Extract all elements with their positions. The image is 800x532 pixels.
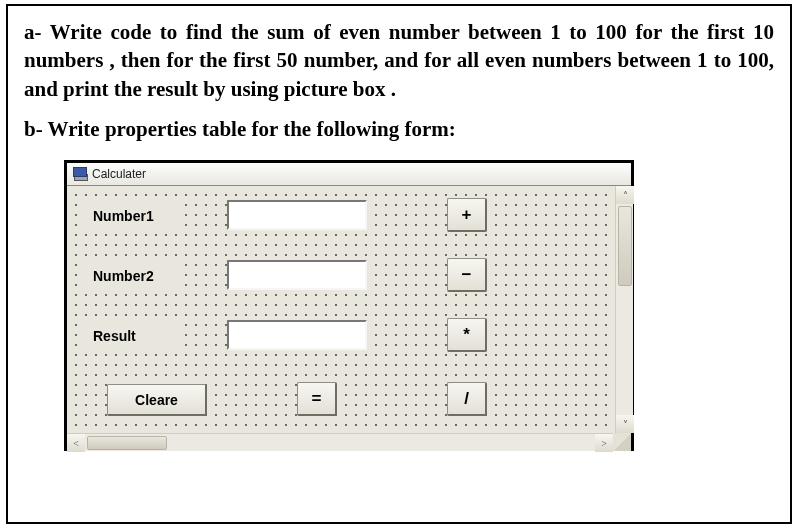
vb-form-window: Calculater Number1 + Number2 − Result * … xyxy=(64,160,634,451)
button-cleare[interactable]: Cleare xyxy=(107,384,207,416)
scroll-down-icon[interactable]: ˅ xyxy=(616,415,634,433)
button-equals[interactable]: = xyxy=(297,382,337,416)
form-icon xyxy=(73,167,87,181)
button-minus[interactable]: − xyxy=(447,258,487,292)
horizontal-scroll-thumb[interactable] xyxy=(87,436,167,450)
question-a-text: a- Write code to find the sum of even nu… xyxy=(24,18,774,103)
question-b-text: b- Write properties table for the follow… xyxy=(24,117,774,142)
label-result: Result xyxy=(85,324,185,348)
label-number2: Number2 xyxy=(85,264,185,288)
scroll-right-icon[interactable]: > xyxy=(595,434,613,452)
form-title: Calculater xyxy=(92,167,146,181)
form-titlebar[interactable]: Calculater xyxy=(67,160,631,186)
button-divide[interactable]: / xyxy=(447,382,487,416)
horizontal-scrollbar[interactable]: < > xyxy=(67,433,631,451)
form-client-area: Number1 + Number2 − Result * Cleare = / … xyxy=(67,186,631,451)
textbox-number2[interactable] xyxy=(227,260,367,290)
button-plus[interactable]: + xyxy=(447,198,487,232)
scroll-up-icon[interactable]: ˄ xyxy=(616,186,634,204)
textbox-result[interactable] xyxy=(227,320,367,350)
page-frame: a- Write code to find the sum of even nu… xyxy=(6,4,792,524)
vertical-scrollbar[interactable]: ˄ ˅ xyxy=(615,186,633,433)
vertical-scroll-thumb[interactable] xyxy=(618,206,632,286)
label-number1: Number1 xyxy=(85,204,185,228)
resize-gripper-icon[interactable] xyxy=(613,433,631,451)
scroll-left-icon[interactable]: < xyxy=(67,434,85,452)
textbox-number1[interactable] xyxy=(227,200,367,230)
button-multiply[interactable]: * xyxy=(447,318,487,352)
